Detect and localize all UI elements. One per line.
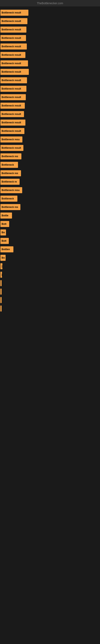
bar-label: Bottleneck result (1, 104, 21, 107)
bar: Bottleneck result (0, 18, 27, 24)
bar-row: Bottleneck result (0, 144, 100, 152)
bar-row: | (0, 270, 100, 279)
bar-label: Bottleneck result (1, 62, 21, 65)
bar: Bottleneck result (0, 44, 27, 50)
bar: Bottleneck re (0, 179, 20, 185)
bar-label: Bottleneck res (1, 172, 18, 175)
bar: ▪ (0, 280, 1, 286)
bar-row: Bottleneck resu (0, 186, 100, 194)
bar: | (0, 263, 2, 269)
bar: Bottleneck res (0, 153, 21, 160)
bar-label: | (1, 273, 2, 276)
bar-label: Bottleneck result (1, 45, 21, 48)
bar: Bottleneck resu (0, 136, 22, 142)
bar-row: Bottle (0, 211, 100, 220)
bar: Bottleneck res (0, 204, 20, 210)
bar-label: Bottleneck result (1, 87, 21, 90)
bar-row (0, 296, 100, 304)
bar: Bottleneck result (0, 10, 28, 16)
bar-label: Bottleneck (1, 164, 14, 166)
bar: | (0, 272, 2, 278)
bar: Bottleneck result (0, 52, 25, 58)
bar: Bott (0, 238, 9, 244)
bar-row: Bottleneck result (0, 42, 100, 51)
bar-label: Bottleneck result (1, 130, 21, 132)
bar-label: Bottleneck result (1, 54, 21, 56)
bar: Bottleneck (0, 196, 17, 202)
bar-row: Bottlen (0, 245, 100, 254)
bar (0, 297, 1, 303)
bar-row: Bottleneck result (0, 118, 100, 127)
bar: Bottleneck res (0, 170, 21, 176)
bar-row: Bottleneck result (0, 8, 100, 17)
bar: Bottleneck result (0, 26, 26, 32)
bar-label: Bott (1, 222, 6, 226)
bar-row: Bo (0, 254, 100, 262)
bar: Bottleneck result (0, 103, 25, 109)
bar-row: Bottleneck result (0, 76, 100, 84)
bar: Bottleneck result (0, 69, 29, 75)
bar-row: Bottleneck (0, 194, 100, 203)
bar-label: Bottleneck re (1, 180, 17, 183)
bar-row: | (0, 262, 100, 270)
bar: Bottleneck result (0, 77, 27, 83)
bar: Bottleneck result (0, 94, 26, 100)
bar: Bo (0, 255, 6, 261)
site-title: TheBottlenecker.com (0, 0, 100, 6)
bar-row: Bottleneck re (0, 178, 100, 186)
bar: Bottlen (0, 246, 13, 252)
bar (0, 288, 1, 295)
bar-label: Bottleneck result (1, 28, 21, 31)
bar-row: Bottleneck res (0, 169, 100, 178)
bar: Bottleneck (0, 162, 18, 168)
bar-label: Bottleneck result (1, 20, 21, 22)
bar-label: Bottleneck result (1, 79, 21, 82)
bar-label: Bottleneck (1, 197, 14, 200)
bar-row: Bottleneck result (0, 102, 100, 110)
bar: Bottleneck result (0, 86, 26, 92)
bar-row: Bottleneck result (0, 17, 100, 25)
bar-label: Bottle (1, 214, 8, 217)
bar-label: Bottleneck res (1, 155, 18, 158)
bar-row: Bottleneck res (0, 203, 100, 211)
bar-label: Bo (1, 256, 5, 259)
bar-label: Bottleneck result (1, 146, 21, 149)
bar-row: Bottleneck result (0, 25, 100, 34)
bar-row: Bott (0, 237, 100, 245)
bar: Bottle (0, 212, 12, 218)
bar-row: Bottleneck res (0, 152, 100, 160)
bar: Bottleneck result (0, 60, 28, 66)
bar-row: ▪ (0, 279, 100, 288)
bar-row: Bottleneck result (0, 93, 100, 102)
bar-label: Bottleneck result (1, 37, 21, 40)
bar-row: Bottleneck result (0, 34, 100, 42)
bar-row: Bottleneck result (0, 59, 100, 68)
bar-label: Bottleneck res (1, 206, 18, 208)
bar-row: Bott (0, 220, 100, 228)
bar-label: Bottleneck result (1, 11, 21, 14)
bar-label: Bottleneck result (1, 113, 21, 116)
bar-row (0, 304, 100, 313)
bar: Bottleneck result (0, 128, 24, 134)
bar-row: Bo (0, 228, 100, 237)
bar-label: Bottlen (1, 248, 10, 251)
bar-label: Bottleneck resu (1, 138, 20, 141)
bar: Bott (0, 221, 9, 227)
bar-label: Bottleneck result (1, 96, 21, 98)
bar: Bottleneck result (0, 111, 24, 117)
bars-container: Bottleneck resultBottleneck resultBottle… (0, 6, 100, 315)
bar-row: Bottleneck result (0, 84, 100, 93)
bar-label: | (1, 265, 2, 268)
bar-label: Bott (1, 240, 6, 242)
bar: Bottleneck result (0, 120, 25, 126)
bar-row: Bottleneck (0, 160, 100, 169)
bar-label: Bottleneck resu (1, 189, 20, 192)
bar: Bottleneck result (0, 35, 26, 41)
bar-label: Bottleneck result (1, 70, 21, 73)
bar-label: Bo (1, 231, 5, 234)
bar-row: Bottleneck result (0, 110, 100, 118)
bar-row: Bottleneck resu (0, 135, 100, 144)
bar-row (0, 288, 100, 296)
bar-row: Bottleneck result (0, 51, 100, 59)
bar (0, 306, 1, 312)
